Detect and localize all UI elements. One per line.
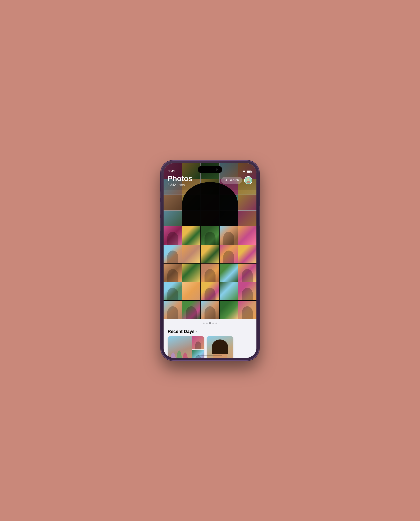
camera-dot bbox=[216, 169, 218, 170]
recent-days-header[interactable]: Recent Days › bbox=[164, 326, 256, 336]
phone-screen: 9:41 bbox=[164, 163, 256, 358]
today-card[interactable]: Today bbox=[168, 336, 204, 358]
phone-device: 9:41 bbox=[161, 161, 259, 360]
photo-cell-15[interactable] bbox=[238, 264, 256, 282]
search-label: Search bbox=[229, 178, 239, 182]
battery-fill bbox=[247, 171, 251, 173]
photo-cell-18[interactable] bbox=[201, 282, 219, 301]
signal-bar-4 bbox=[241, 170, 241, 173]
search-button[interactable]: Search bbox=[221, 177, 242, 184]
photo-cell-4[interactable] bbox=[220, 226, 238, 245]
photo-cell-3[interactable] bbox=[201, 226, 219, 245]
yesterday-main-photo: Yesterday bbox=[207, 336, 233, 358]
photo-cell-17[interactable] bbox=[182, 282, 201, 301]
page-dot-3 bbox=[209, 322, 211, 324]
battery-icon bbox=[247, 170, 252, 173]
photo-cell-20[interactable] bbox=[238, 282, 256, 301]
yesterday-card[interactable]: Yesterday bbox=[207, 336, 233, 358]
photo-cell-25[interactable] bbox=[238, 301, 256, 319]
signal-icon bbox=[238, 170, 241, 173]
photo-cell-24[interactable] bbox=[220, 301, 238, 319]
today-grid: Today bbox=[168, 336, 204, 358]
recent-days-scroll[interactable]: Today bbox=[164, 336, 256, 358]
silent-switch bbox=[160, 191, 161, 198]
photo-cell-21[interactable] bbox=[164, 301, 182, 319]
dynamic-island bbox=[198, 166, 222, 173]
home-indicator bbox=[198, 355, 222, 356]
photo-cell-19[interactable] bbox=[220, 282, 238, 301]
photo-cell-1[interactable] bbox=[164, 226, 182, 245]
photo-cell-7[interactable] bbox=[182, 245, 201, 263]
photo-cell-2[interactable] bbox=[182, 226, 201, 245]
recent-days-chevron: › bbox=[196, 330, 197, 334]
main-photo-grid bbox=[164, 226, 256, 319]
svg-point-3 bbox=[247, 178, 249, 181]
wifi-icon bbox=[242, 170, 246, 173]
status-time: 9:41 bbox=[168, 169, 175, 173]
user-avatar[interactable] bbox=[244, 176, 252, 184]
photo-cell-14[interactable] bbox=[220, 264, 238, 282]
today-thumb-1 bbox=[192, 336, 204, 349]
today-thumb-2 bbox=[192, 350, 204, 358]
photo-cell-8[interactable] bbox=[201, 245, 219, 263]
photo-cell-13[interactable] bbox=[201, 264, 219, 282]
photo-cell-22[interactable] bbox=[182, 301, 201, 319]
header-title-block: Photos 8,342 Items bbox=[168, 175, 193, 187]
volume-up-button bbox=[160, 201, 161, 215]
photo-cell-12[interactable] bbox=[182, 264, 201, 282]
signal-bar-1 bbox=[238, 172, 238, 173]
status-icons bbox=[238, 170, 252, 173]
photo-cell-16[interactable] bbox=[164, 282, 182, 301]
photo-cell-10[interactable] bbox=[238, 245, 256, 263]
page-dot-5 bbox=[216, 323, 217, 324]
photo-cell-9[interactable] bbox=[220, 245, 238, 263]
photo-cell-11[interactable] bbox=[164, 264, 182, 282]
signal-bar-2 bbox=[239, 172, 239, 173]
photo-cell-6[interactable] bbox=[164, 245, 182, 263]
power-button bbox=[259, 205, 260, 226]
volume-down-button bbox=[160, 218, 161, 231]
page-dot-2 bbox=[206, 323, 208, 324]
photo-cell-5[interactable] bbox=[238, 226, 256, 245]
page-indicator bbox=[164, 319, 256, 326]
below-grid-content: Recent Days › bbox=[164, 319, 256, 358]
today-main-photo: Today bbox=[168, 336, 192, 358]
header-actions: Search bbox=[221, 176, 252, 184]
page-dot-1 bbox=[203, 323, 204, 324]
svg-line-1 bbox=[226, 181, 227, 181]
main-scroll[interactable]: 9:41 bbox=[164, 163, 256, 358]
recent-days-title: Recent Days bbox=[168, 329, 195, 334]
photo-cell-23[interactable] bbox=[201, 301, 219, 319]
photo-count: 8,342 Items bbox=[168, 183, 193, 187]
signal-bar-3 bbox=[240, 171, 240, 173]
search-icon bbox=[225, 179, 227, 182]
app-title: Photos bbox=[168, 175, 193, 183]
page-dot-4 bbox=[212, 323, 214, 324]
